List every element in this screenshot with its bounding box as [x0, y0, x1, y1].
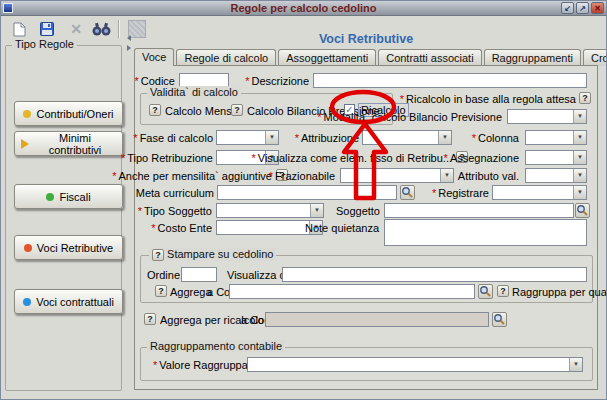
- meta-curriculum-label: Meta curriculum: [136, 187, 214, 199]
- chevron-down-icon: ▼: [569, 358, 582, 371]
- raggruppamento-contabile-legend: Raggruppamento contabile: [147, 340, 285, 352]
- magnifier-icon: [401, 186, 414, 199]
- sidebar-button-fiscali[interactable]: Fiscali: [14, 184, 123, 209]
- tab-voce[interactable]: Voce: [134, 48, 174, 66]
- registrare-label: *Registrare: [432, 187, 489, 199]
- new-document-icon: [13, 22, 26, 37]
- button-label: Voci contrattuali: [36, 296, 114, 308]
- stampare-legend-text: Stampare su cedolino: [167, 248, 273, 260]
- titlebar: Regole per calcolo cedolino ↙ ↗ ✕: [1, 1, 606, 16]
- assegnazione-dropdown[interactable]: ▼: [525, 150, 587, 165]
- aggrega-lookup-button[interactable]: [478, 284, 493, 299]
- sidebar-button-contributi-oneri[interactable]: Contributi/Oneri: [14, 101, 123, 126]
- maximize-button[interactable]: ↗: [576, 2, 589, 14]
- help-raggruppa-quantita-icon[interactable]: ?: [497, 285, 509, 297]
- validita-legend: Validita` di calcolo: [147, 86, 241, 98]
- assegnazione-label: *Assegnazione: [444, 152, 519, 164]
- button-label: Voci Retributive: [37, 242, 113, 254]
- aggrega-label: Aggrega: [170, 286, 212, 298]
- magnifier-icon: [576, 204, 589, 217]
- raggruppa-quantita-label: Raggruppa per quantita`: [512, 286, 607, 298]
- soggetto-input[interactable]: [384, 203, 574, 218]
- minimize-button[interactable]: ↙: [561, 2, 574, 14]
- tab-regole-di-calcolo[interactable]: Regole di calcolo: [176, 49, 276, 66]
- costo-ente-label: *Costo Ente: [151, 222, 212, 234]
- help-calcolo-mensile-icon[interactable]: ?: [149, 104, 161, 116]
- help-aggrega-ricalcolo-icon[interactable]: ?: [144, 313, 156, 325]
- tab-assoggettamenti[interactable]: Assoggettamenti: [278, 49, 376, 66]
- raggruppamento-contabile-group: Raggruppamento contabile *Valore Raggrup…: [140, 347, 593, 381]
- chevron-down-icon: ▼: [573, 186, 586, 199]
- chevron-down-icon: ▼: [573, 110, 586, 123]
- soggetto-lookup-button[interactable]: [575, 203, 590, 218]
- button-label: Fiscali: [59, 191, 90, 203]
- collapse-right-icon[interactable]: [127, 45, 131, 51]
- chevron-down-icon: ▼: [310, 204, 323, 217]
- tipo-soggetto-dropdown[interactable]: ▼: [216, 203, 324, 218]
- green-circle-icon: [46, 193, 54, 201]
- colonna-label: *Colonna: [472, 132, 519, 144]
- new-document-button[interactable]: [7, 19, 31, 39]
- tipo-regole-group: Tipo Regole Contributi/Oneri Minimi cont…: [5, 45, 122, 391]
- chevron-down-icon: ▼: [265, 131, 278, 144]
- aggrega-ricalcolo-lookup-button[interactable]: [492, 312, 507, 327]
- ordine-label: Ordine: [147, 269, 180, 281]
- tab-contratti-associati[interactable]: Contratti associati: [378, 49, 481, 66]
- collapse-left-icon[interactable]: [127, 35, 131, 41]
- orange-circle-icon: [24, 244, 32, 252]
- colonna-dropdown[interactable]: ▼: [525, 130, 587, 145]
- note-quietanza-textarea[interactable]: [384, 219, 587, 246]
- save-button[interactable]: [35, 19, 59, 39]
- registrare-dropdown[interactable]: ▼: [492, 185, 587, 200]
- descrizione-input[interactable]: [313, 73, 587, 88]
- tipo-regole-legend: Tipo Regole: [12, 38, 77, 50]
- app-window: Regole per calcolo cedolino ↙ ↗ ✕ ✕: [0, 0, 607, 400]
- voce-tab-panel: *Codice *Descrizione Validita` di calcol…: [134, 65, 598, 390]
- sidebar-button-voci-contrattuali[interactable]: Voci contrattuali: [14, 289, 123, 314]
- button-label: Minimi contributivi: [34, 132, 116, 156]
- anche-mensilita-label: *Anche per mensilita` aggiuntive: [112, 170, 272, 182]
- valore-raggruppamento-dropdown[interactable]: ▼: [247, 357, 583, 372]
- fase-di-calcolo-dropdown[interactable]: ▼: [216, 130, 279, 145]
- help-ricalcolo-attesa-icon[interactable]: ?: [579, 92, 591, 104]
- button-label: Contributi/Oneri: [36, 108, 113, 120]
- attributo-val-dropdown[interactable]: ▼: [525, 168, 587, 183]
- stampare-su-cedolino-group: ? Stampare su cedolino Ordine Visualizza…: [140, 255, 593, 303]
- save-icon: [40, 22, 54, 36]
- modalita-label: *Modalita` calcolo Bilancio Previsione: [317, 111, 502, 123]
- soggetto-label: Soggetto: [336, 205, 380, 217]
- tab-raggruppamenti[interactable]: Raggruppamenti: [484, 49, 581, 66]
- panel-title: Voci Retributive: [134, 32, 598, 46]
- ordine-input[interactable]: [181, 267, 217, 282]
- help-stampare-icon[interactable]: ?: [152, 249, 164, 261]
- meta-curriculum-lookup-button[interactable]: [400, 185, 415, 200]
- help-aggrega-icon[interactable]: ?: [155, 285, 167, 297]
- modalita-dropdown[interactable]: ▼: [507, 109, 587, 124]
- visualizza-come-input[interactable]: [282, 267, 587, 282]
- help-calcolo-bilancio-icon[interactable]: ?: [231, 104, 243, 116]
- chevron-down-icon: ▼: [573, 131, 586, 144]
- toolbar-separator: [118, 20, 120, 38]
- search-button[interactable]: [89, 19, 113, 39]
- frazionabile-dropdown[interactable]: ▼: [340, 168, 454, 183]
- tipo-soggetto-label: *Tipo Soggetto: [138, 205, 212, 217]
- tabbar: VoceRegole di calcoloAssoggettamentiCont…: [134, 48, 607, 66]
- meta-curriculum-input[interactable]: [217, 185, 397, 200]
- note-quietanza-label: Note quietanza: [305, 222, 379, 234]
- frazionabile-label: *Frazionabile: [269, 170, 335, 182]
- sidebar-button-minimi-contributivi[interactable]: Minimi contributivi: [14, 131, 123, 156]
- split-pane-divider[interactable]: [127, 32, 133, 392]
- attributo-val-label: Attributo val.: [458, 170, 519, 182]
- yellow-triangle-icon: [21, 139, 29, 149]
- tab-cross-references[interactable]: Cross References: [583, 49, 607, 66]
- chevron-down-icon: ▼: [440, 169, 453, 182]
- close-button[interactable]: ✕: [591, 2, 604, 14]
- ricalcolo-attesa-label: *Ricalcolo in base alla regola attesa: [400, 93, 576, 105]
- aggrega-a-cod-input[interactable]: [229, 284, 475, 299]
- chevron-down-icon: ▼: [438, 131, 451, 144]
- attribuzione-dropdown[interactable]: ▼: [362, 130, 452, 145]
- delete-button[interactable]: ✕: [64, 19, 88, 39]
- blue-circle-icon: [23, 298, 31, 306]
- window-title: Regole per calcolo cedolino: [1, 2, 606, 14]
- sidebar-button-voci-retributive[interactable]: Voci Retributive: [14, 235, 123, 260]
